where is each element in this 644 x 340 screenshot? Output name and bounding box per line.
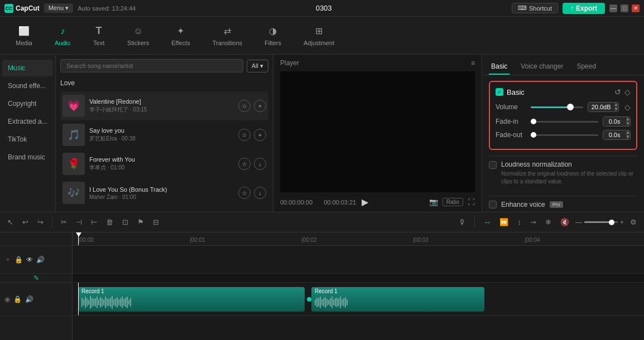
minimize-button[interactable]: — — [609, 4, 617, 12]
main-track-btn[interactable]: ↔ — [480, 216, 493, 228]
sidebar-item-tiktok[interactable]: TikTok — [2, 131, 53, 148]
add-song-button[interactable]: + — [254, 100, 266, 112]
add-song-button[interactable]: + — [254, 129, 266, 141]
tab-voice-changer[interactable]: Voice changer — [518, 59, 565, 75]
fade-in-spin-down[interactable]: ▼ — [626, 122, 630, 126]
track-add-icon[interactable]: ＋ — [4, 255, 11, 264]
audio-clip-1[interactable]: Record 1 — [78, 287, 305, 312]
export-button[interactable]: ↑ Export — [563, 3, 605, 14]
adjust-button[interactable]: ⊟ — [150, 216, 162, 228]
track-visible-icon[interactable]: 👁 — [26, 256, 33, 264]
tab-speed[interactable]: Speed — [574, 59, 598, 75]
sidebar-item-brand[interactable]: Brand music — [2, 149, 53, 166]
track-lock-icon[interactable]: 🔒 — [15, 256, 23, 264]
volume-value-input[interactable] — [588, 103, 614, 111]
tool-adjustment[interactable]: ⊞ Adjustment — [299, 23, 339, 48]
tool-effects[interactable]: ✦ Effects — [167, 23, 194, 48]
fade-btn[interactable]: ⊸ — [527, 216, 539, 228]
mute-btn[interactable]: 🔇 — [558, 216, 572, 228]
undo-button[interactable]: ↩ — [20, 216, 31, 228]
clip-speed-btn[interactable]: ⏩ — [497, 216, 511, 228]
loudness-checkbox[interactable] — [489, 161, 497, 169]
all-filter-button[interactable]: All ▾ — [247, 60, 268, 72]
ratio-button[interactable]: Ratio — [443, 198, 463, 206]
zoom-icon: — — [575, 218, 582, 226]
fade-out-spin-down[interactable]: ▼ — [626, 135, 630, 139]
diamond-button[interactable]: ◇ — [624, 88, 631, 96]
pencil-icon[interactable]: ✎ — [33, 274, 39, 282]
text-icon: T — [93, 25, 105, 37]
volume-btn[interactable]: ↕ — [515, 216, 524, 228]
settings-button[interactable]: ⚙ — [627, 216, 640, 228]
tool-audio[interactable]: ♪ Audio — [50, 23, 75, 48]
search-input[interactable] — [60, 59, 243, 72]
volume-spin-down[interactable]: ▼ — [614, 107, 618, 111]
music-section-title: Love — [60, 78, 268, 88]
volume-slider-thumb[interactable] — [567, 104, 574, 110]
flag-button[interactable]: ⚑ — [134, 216, 147, 228]
download-button[interactable]: ↓ — [254, 187, 266, 199]
favorite-button[interactable]: ☆ — [238, 129, 251, 141]
song-item[interactable]: 💗 Valentine [Redone] 李子小姐拜托了 · 03:15 ☆ + — [60, 91, 268, 120]
zoom-slider[interactable] — [584, 221, 618, 223]
record-button[interactable]: 🎙 — [456, 216, 469, 228]
song-item[interactable]: 🎵 Say love you 罗艺航Elsa · 00:38 ☆ + — [60, 120, 268, 149]
fullscreen-button[interactable]: ⛶ — [468, 198, 475, 206]
track-audio-icon[interactable]: 🔊 — [36, 256, 45, 264]
tool-text[interactable]: T Text — [88, 23, 109, 48]
timeline-content: ＋ 🔒 👁 🔊 ✎ ◉ 🔒 🔊 |00:00 |00:01 |00:02 — [0, 232, 644, 340]
volume-diamond[interactable]: ◇ — [624, 103, 631, 111]
basic-checkbox[interactable]: ✓ — [496, 88, 503, 96]
fade-in-value[interactable] — [603, 117, 626, 126]
play-button[interactable]: ▶ — [362, 197, 368, 207]
delete-button[interactable]: 🗑 — [103, 216, 116, 228]
sidebar-item-copyright[interactable]: Copyright — [2, 95, 53, 112]
main-track-audio[interactable]: 🔊 — [25, 295, 33, 303]
song-item[interactable]: 🎶 I Love You So (Bonus Track) Maher Zain… — [60, 178, 268, 207]
cursor-tool[interactable]: ↖ — [4, 216, 16, 228]
waveform-1 — [81, 294, 301, 310]
split-left[interactable]: ⊣ — [73, 216, 85, 228]
favorite-button[interactable]: ☆ — [238, 100, 251, 112]
tool-media[interactable]: ⬜ Media — [11, 23, 37, 48]
volume-slider-track[interactable] — [531, 106, 583, 108]
section-label: ✓ Basic — [496, 88, 525, 96]
ruler-mark-3: |00:03 — [413, 237, 429, 243]
fade-in-slider[interactable] — [531, 121, 598, 123]
maximize-button[interactable]: □ — [621, 4, 628, 12]
fade-out-value[interactable] — [603, 130, 626, 139]
tool-transitions[interactable]: ⇄ Transitions — [208, 23, 247, 48]
song-item[interactable]: 🌹 Forever with You 李孝贞 · 01:00 ☆ ↓ — [60, 149, 268, 178]
redo-button[interactable]: ↪ — [35, 216, 46, 228]
close-button[interactable]: ✕ — [632, 4, 640, 12]
sep2 — [474, 217, 475, 228]
track-labels: ＋ 🔒 👁 🔊 ✎ ◉ 🔒 🔊 — [0, 232, 73, 340]
fade-out-slider[interactable] — [531, 134, 598, 136]
freeze-btn[interactable]: ❄ — [542, 216, 554, 228]
fade-out-thumb[interactable] — [531, 132, 536, 138]
zoom-control: — + — [575, 218, 624, 226]
tool-stickers[interactable]: ☺ Stickers — [123, 23, 153, 48]
main-track-add[interactable]: ◉ — [4, 295, 10, 303]
main-track-lock[interactable]: 🔒 — [13, 295, 22, 303]
split-button[interactable]: ✂ — [58, 216, 70, 228]
shortcut-button[interactable]: ⌨ Shortcut — [512, 3, 558, 13]
enhance-voice-checkbox[interactable] — [489, 201, 497, 208]
sidebar-item-music[interactable]: Music — [2, 60, 53, 76]
reset-button[interactable]: ↺ — [614, 88, 621, 96]
sidebar-item-sound[interactable]: Sound effe... — [2, 77, 53, 94]
favorite-button[interactable]: ☆ — [238, 158, 251, 170]
player-menu-icon[interactable]: ≡ — [471, 59, 475, 67]
track-area: |00:00 |00:01 |00:02 |00:03 |00:04 Recor… — [73, 232, 644, 340]
audio-clip-2[interactable]: Record 1 — [311, 287, 484, 312]
menu-button[interactable]: Menu ▾ — [44, 3, 74, 13]
tool-filters[interactable]: ◑ Filters — [260, 23, 286, 48]
fade-in-thumb[interactable] — [531, 119, 536, 124]
crop-button[interactable]: ⊡ — [119, 216, 131, 228]
sidebar-item-extracted[interactable]: Extracted a... — [2, 113, 53, 130]
camera-icon[interactable]: 📷 — [429, 198, 438, 206]
favorite-button[interactable]: ☆ — [238, 187, 251, 199]
tab-basic[interactable]: Basic — [489, 59, 510, 75]
download-button[interactable]: ↓ — [254, 158, 266, 170]
split-right[interactable]: ⊢ — [88, 216, 100, 228]
